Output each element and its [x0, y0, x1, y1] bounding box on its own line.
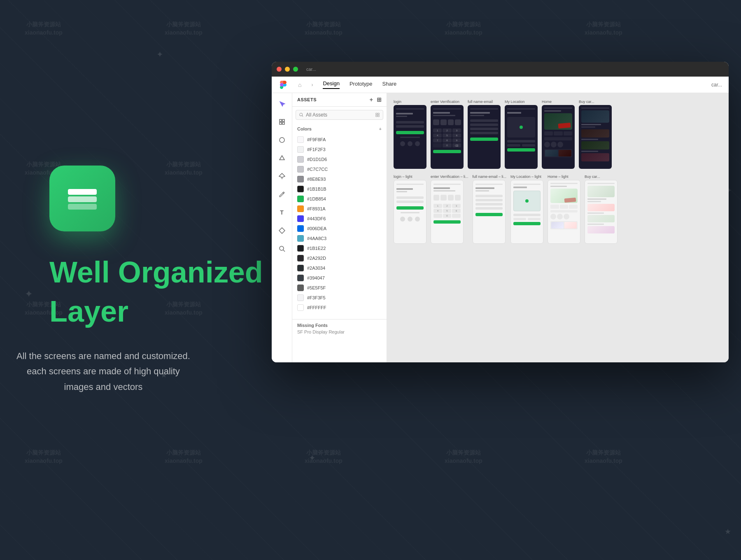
frame-location-label: My Location — [505, 100, 538, 104]
missing-font-name: SF Pro Display Regular — [297, 329, 382, 334]
color-item[interactable]: #1DB854 — [297, 194, 382, 204]
frame-login[interactable]: login — [394, 100, 426, 169]
colors-section-title: Colors + — [297, 126, 382, 131]
svg-rect-4 — [282, 119, 284, 121]
figma-navbar: ⌂ › Design Prototype Share car... — [272, 77, 729, 93]
frame-home-light-label: Home – light — [548, 175, 580, 179]
svg-rect-3 — [280, 119, 282, 121]
home-icon[interactable]: ⌂ — [298, 82, 301, 88]
figma-logo[interactable] — [278, 80, 288, 90]
traffic-light-minimize[interactable] — [285, 67, 290, 72]
menu-item[interactable]: car... — [306, 67, 316, 72]
color-item[interactable]: #394047 — [297, 273, 382, 283]
color-item[interactable]: #2A3034 — [297, 263, 382, 273]
frame-login-light[interactable]: login – light — [394, 175, 426, 244]
headline-line1: Well Organized — [49, 256, 263, 289]
frame-home-label: Home — [542, 100, 575, 104]
svg-rect-14 — [378, 113, 379, 114]
frame-verification[interactable]: enter Verrification 1 — [431, 100, 464, 169]
svg-rect-2 — [68, 189, 97, 195]
frame-home-light[interactable]: Home – light — [548, 175, 580, 244]
frame-buycar-light-label: Buy car... — [585, 175, 618, 179]
svg-rect-6 — [282, 122, 284, 124]
frame-fullname[interactable]: full name-email — [468, 100, 501, 169]
home-screen — [542, 105, 575, 169]
color-item[interactable]: #443DF6 — [297, 214, 382, 224]
tab-design[interactable]: Design — [323, 80, 339, 89]
svg-point-9 — [280, 246, 284, 250]
frame-fullname-light[interactable]: full name-email – li... — [473, 175, 507, 244]
location-screen — [505, 105, 538, 169]
frame-verification-label: enter Verrification — [431, 100, 464, 104]
cursor-icon[interactable] — [276, 98, 288, 110]
headline: Well Organized Layer — [49, 256, 263, 348]
buycar-light-screen — [585, 180, 618, 244]
shape-tool-icon[interactable] — [276, 134, 288, 146]
figma-canvas[interactable]: login — [387, 93, 729, 362]
figma-content: T ASSETS + ⊞ — [272, 93, 729, 362]
frame-login-label: login — [394, 100, 426, 104]
assets-search-bar[interactable] — [296, 110, 383, 120]
frame-verification-light-label: enter Verrification – li... — [431, 175, 468, 179]
app-icon — [49, 166, 115, 231]
search-input[interactable] — [306, 112, 373, 118]
frame-fullname-label: full name-email — [468, 100, 501, 104]
search-icon — [299, 112, 303, 117]
svg-point-7 — [280, 138, 284, 142]
assets-header: ASSETS + ⊞ — [292, 93, 387, 107]
polygon-tool-icon[interactable] — [276, 152, 288, 164]
svg-rect-16 — [378, 115, 379, 117]
frame-buycar[interactable]: Buy car... — [579, 100, 612, 169]
buycar-screen — [579, 105, 612, 169]
text-tool-icon[interactable]: T — [276, 207, 288, 218]
svg-rect-5 — [280, 122, 282, 124]
color-item[interactable]: #FFFFFF — [297, 303, 382, 313]
color-item[interactable]: #F8931A — [297, 204, 382, 214]
frame-verification-light[interactable]: enter Verrification – li... 1 — [431, 175, 468, 244]
frame-login-light-label: login – light — [394, 175, 426, 179]
svg-rect-13 — [376, 113, 377, 114]
missing-fonts-section: Missing Fonts SF Pro Display Regular — [292, 319, 387, 338]
figma-menu: car... — [306, 67, 316, 72]
svg-point-11 — [300, 113, 303, 116]
frame-location-light[interactable]: My Location – light — [510, 175, 543, 244]
color-item[interactable]: #F3F3F5 — [297, 293, 382, 303]
colors-add-button[interactable]: + — [379, 126, 382, 131]
login-light-screen — [394, 180, 426, 244]
color-item[interactable]: #F1F2F3 — [297, 145, 382, 154]
svg-rect-0 — [68, 204, 97, 210]
colors-section: Colors + #F9F8FA #F1F2F3 #D1D1D6 #C7C7CC… — [292, 123, 387, 316]
traffic-light-close[interactable] — [277, 67, 282, 72]
color-item[interactable]: #C7C7CC — [297, 164, 382, 174]
frame-location[interactable]: My Location — [505, 100, 538, 169]
frame-tool-icon[interactable] — [276, 116, 288, 128]
color-item[interactable]: #2A292D — [297, 253, 382, 263]
search-tool-icon[interactable] — [276, 243, 288, 254]
layers-icon — [64, 180, 101, 217]
component-tool-icon[interactable] — [276, 225, 288, 236]
figma-left-sidebar: T — [272, 93, 292, 362]
color-item[interactable]: #F9F8FA — [297, 135, 382, 145]
svg-rect-1 — [68, 196, 97, 202]
color-item[interactable]: #5E5F5F — [297, 283, 382, 293]
color-item[interactable]: #D1D1D6 — [297, 154, 382, 164]
color-item[interactable]: #8E8E93 — [297, 174, 382, 184]
frame-buycar-light[interactable]: Buy car... — [585, 175, 618, 244]
color-item[interactable]: #4AA8C3 — [297, 233, 382, 243]
color-item[interactable]: #006DEA — [297, 224, 382, 233]
tab-prototype[interactable]: Prototype — [350, 81, 373, 89]
pencil-tool-icon[interactable] — [276, 189, 288, 200]
frame-home[interactable]: Home — [542, 100, 575, 169]
color-item[interactable]: #1B1E22 — [297, 243, 382, 253]
frame-location-light-label: My Location – light — [510, 175, 543, 179]
description: All the screens are named and customized… — [16, 348, 190, 394]
traffic-light-maximize[interactable] — [293, 67, 298, 72]
color-item[interactable]: #1B1B1B — [297, 184, 382, 194]
pen-tool-icon[interactable] — [276, 170, 288, 182]
assets-grid-icon[interactable]: ⊞ — [377, 96, 382, 103]
frame-buycar-label: Buy car... — [579, 100, 612, 104]
assets-add-icon[interactable]: + — [370, 96, 373, 103]
assets-header-actions: + ⊞ — [370, 96, 382, 103]
verification-screen: 1 2 3 4 5 6 7 8 9 0 ⌫ — [431, 105, 464, 169]
tab-share[interactable]: Share — [382, 81, 397, 89]
